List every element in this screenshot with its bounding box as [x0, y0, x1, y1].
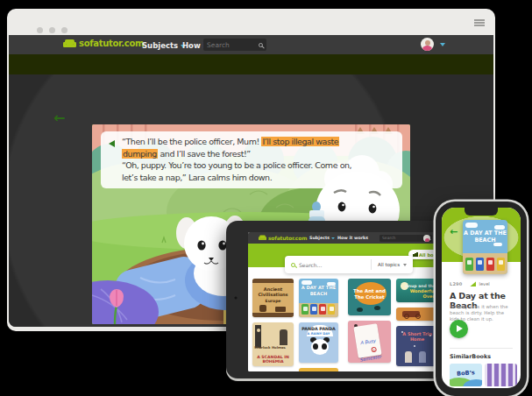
tablet-avatar[interactable]	[423, 235, 430, 242]
chevron-down-icon	[331, 237, 335, 239]
similar-books-heading: SimilarBooks	[450, 353, 491, 360]
logo-text: sofatutor.com	[79, 39, 144, 48]
level-label: level	[479, 281, 489, 286]
hamburger-icon[interactable]	[474, 19, 485, 26]
chevron-down-icon	[403, 264, 407, 266]
book-cover-a-busy-semester[interactable]: A Busy Semester A	[348, 321, 391, 363]
topics-dropdown[interactable]: All topics	[371, 259, 413, 270]
books-icon	[413, 252, 417, 257]
book-cover-panda-panda[interactable]: PANDA PANDA A RAINY DAY	[299, 322, 338, 363]
tablet-nav-link-how-it-works[interactable]: How it works	[337, 236, 368, 240]
reading-caption: “Then I’ll be the police officer, Mum! I…	[101, 131, 402, 188]
caption-line: let’s take a nap,” Lara calms him down.	[122, 172, 397, 184]
window-titlebar	[7, 9, 495, 35]
tablet-search-bar: All topics	[285, 256, 413, 273]
tablet-nav-link-subjects[interactable]: Subjects	[309, 236, 335, 240]
level-code: L290	[450, 281, 462, 286]
book-cover-a-short-trip-home[interactable]: A Short Trip Home	[396, 326, 438, 366]
search-input[interactable]	[382, 236, 427, 240]
promo-composition: sofatutor.com Subjects How it works ←	[0, 0, 532, 396]
navbar-search	[203, 39, 266, 51]
book-cover-rickshaw[interactable]	[396, 308, 438, 321]
phone-book-cover[interactable]: A DAY AT THE BEACH	[463, 220, 507, 274]
window-dot[interactable]	[37, 27, 43, 33]
library-search-input[interactable]	[299, 262, 371, 268]
avatar[interactable]	[421, 38, 434, 51]
sofatutor-logo[interactable]: sofatutor.com	[63, 39, 144, 48]
book-cover-anup-and-the-wonderful-oven[interactable]: Anup and the Wonderful Oven	[396, 279, 438, 302]
caption-line: “Oh, puppy. You’re too young to be a pol…	[122, 159, 397, 172]
sofa-icon	[259, 235, 266, 241]
phone-notch	[465, 208, 498, 216]
page-top-band	[9, 54, 493, 74]
divider	[450, 348, 513, 349]
play-icon	[457, 325, 463, 332]
back-arrow-icon[interactable]: ←	[53, 110, 65, 126]
window-dot[interactable]	[61, 27, 67, 33]
sofa-icon	[63, 39, 76, 48]
book-cover-a-day-at-the-beach[interactable]: A DAY AT THE BEACH	[299, 279, 338, 317]
back-arrow-icon[interactable]: ←	[450, 226, 458, 237]
book-cover-the-ant-and-the-cricket[interactable]: The Ant and The Cricket	[348, 279, 391, 315]
similar-book-bobs[interactable]: BoB’s	[450, 364, 482, 386]
book-cover-ancient-civilisations[interactable]: Ancient Civilisations Europe	[252, 279, 294, 317]
caption-line: dumping and I’ll save the forest!”	[122, 148, 397, 160]
caption-marker-icon	[109, 140, 115, 147]
phone-mockup: ← A DAY AT THE BEACH L290 level A Day at…	[436, 202, 527, 396]
nav-link-subjects[interactable]: Subjects	[142, 41, 186, 50]
tablet-camera-icon	[234, 296, 238, 300]
site-navbar: sofatutor.com Subjects How it works	[9, 35, 493, 54]
highlighted-text: dumping	[122, 149, 158, 159]
book-cover-sherlock-holmes[interactable]: Sherlock Holmes A Scandal in Bohemia	[252, 322, 294, 366]
search-icon[interactable]	[259, 43, 263, 47]
avatar-chevron-down-icon[interactable]	[440, 43, 445, 46]
phone-screen: ← A DAY AT THE BEACH L290 level A Day at…	[442, 208, 521, 388]
window-dot[interactable]	[49, 27, 55, 33]
similar-book-birch-trees[interactable]	[485, 364, 517, 386]
level-row: L290 level	[450, 281, 490, 286]
search-input[interactable]	[207, 41, 259, 49]
highlighted-text: I’ll stop illegal waste	[261, 137, 339, 146]
tablet-sofatutor-logo[interactable]: sofatutor.com	[259, 235, 307, 241]
book-cover-partial[interactable]	[299, 368, 338, 371]
search-icon	[291, 263, 295, 267]
play-button[interactable]	[450, 320, 468, 338]
level-icon	[470, 281, 476, 286]
caption-line: “Then I’ll be the police officer, Mum! I…	[122, 136, 397, 148]
